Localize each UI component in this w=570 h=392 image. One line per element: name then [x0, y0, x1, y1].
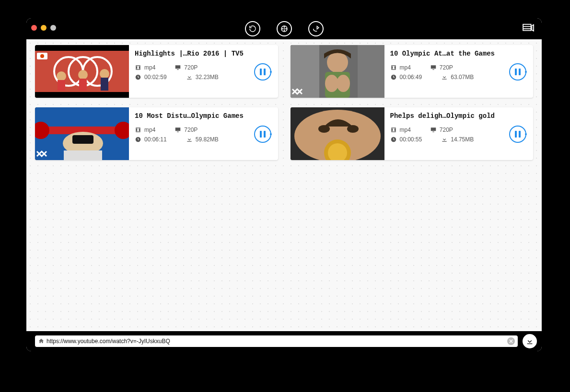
size-meta: 59.82MB	[186, 136, 219, 143]
size-meta: 14.75MB	[441, 136, 474, 143]
downloads-grid: Highlights |…Rio 2016 | TV5 mp4 720P 00:…	[26, 39, 542, 331]
svg-point-5	[283, 28, 284, 29]
download-card: 10 Most Distu…Olympic Games mp4 720P 00:…	[35, 107, 278, 160]
video-thumbnail[interactable]	[35, 45, 129, 98]
svg-point-21	[40, 54, 44, 58]
film-icon	[135, 127, 141, 133]
svg-rect-19	[101, 78, 108, 91]
thumbnail-image	[35, 45, 129, 98]
download-info: 10 Olympic At…at the Games mp4 720P 00:0…	[384, 45, 534, 98]
resolution-meta: 720P	[174, 127, 198, 133]
url-input[interactable]	[47, 338, 507, 345]
url-bar	[26, 331, 542, 351]
refresh-button[interactable]	[245, 21, 260, 36]
film-icon	[390, 127, 397, 133]
format-meta: mp4	[135, 127, 155, 133]
download-button[interactable]	[523, 334, 537, 348]
pause-button[interactable]	[509, 63, 526, 81]
window-controls	[31, 25, 56, 31]
clear-url-button[interactable]	[507, 337, 515, 345]
download-card: Phelps deligh…Olympic gold mp4 720P 00:0…	[291, 107, 534, 160]
pause-button[interactable]	[254, 126, 271, 143]
window-minimize-button[interactable]	[41, 25, 47, 31]
svg-point-16	[78, 70, 88, 80]
svg-point-2	[282, 28, 283, 29]
film-reel-icon	[280, 24, 289, 33]
thumbnail-image	[291, 107, 384, 160]
share-button[interactable]	[308, 21, 324, 36]
video-title: 10 Olympic At…at the Games	[390, 50, 527, 58]
resolution-meta: 720P	[430, 127, 453, 133]
monitor-icon	[430, 127, 437, 133]
media-list-button[interactable]	[523, 23, 535, 36]
svg-point-3	[285, 28, 286, 29]
format-meta: mp4	[135, 64, 155, 71]
svg-point-26	[327, 52, 348, 73]
download-arrow-icon	[526, 337, 534, 345]
thumbnail-image	[291, 45, 384, 98]
pause-icon	[260, 131, 266, 138]
download-info: Highlights |…Rio 2016 | TV5 mp4 720P 00:…	[129, 45, 278, 98]
resolution-meta: 720P	[174, 64, 198, 71]
download-icon	[441, 136, 448, 143]
library-button[interactable]	[277, 21, 292, 36]
clock-icon	[135, 136, 141, 143]
svg-point-28	[325, 75, 338, 92]
pause-button[interactable]	[254, 63, 271, 81]
size-meta: 32.23MB	[186, 74, 219, 81]
thumbnail-image	[35, 107, 129, 160]
format-meta: mp4	[390, 127, 411, 133]
svg-rect-24	[291, 45, 319, 98]
format-meta: mp4	[390, 64, 411, 71]
svg-point-14	[57, 71, 66, 81]
video-thumbnail[interactable]	[35, 107, 129, 160]
video-title: 10 Most Distu…Olympic Games	[135, 112, 271, 120]
toolbar	[245, 21, 324, 36]
size-meta: 63.07MB	[441, 74, 474, 81]
download-info: 10 Most Distu…Olympic Games mp4 720P 00:…	[129, 107, 278, 160]
refresh-icon	[248, 24, 257, 33]
pause-icon	[260, 69, 266, 75]
clock-icon	[390, 74, 397, 81]
monitor-icon	[174, 64, 181, 71]
monitor-icon	[430, 64, 437, 71]
download-card: 10 Olympic At…at the Games mp4 720P 00:0…	[291, 45, 534, 98]
svg-rect-15	[58, 80, 65, 91]
window-maximize-button[interactable]	[50, 25, 56, 31]
pause-icon	[515, 69, 521, 75]
media-list-icon	[523, 23, 535, 34]
download-icon	[441, 74, 448, 81]
window-close-button[interactable]	[31, 25, 37, 31]
svg-point-1	[283, 26, 284, 27]
video-title: Highlights |…Rio 2016 | TV5	[135, 50, 271, 58]
duration-meta: 00:06:49	[390, 74, 422, 81]
svg-rect-36	[72, 135, 93, 144]
duration-meta: 00:00:55	[390, 136, 422, 143]
svg-point-18	[100, 69, 109, 79]
clock-icon	[390, 136, 397, 143]
svg-rect-25	[358, 45, 384, 98]
resolution-meta: 720P	[430, 64, 453, 71]
home-icon	[38, 338, 45, 345]
film-icon	[135, 64, 141, 71]
share-icon	[312, 24, 320, 33]
duration-meta: 00:02:59	[135, 74, 167, 81]
duration-meta: 00:06:11	[135, 136, 167, 143]
clock-icon	[135, 74, 141, 81]
svg-point-29	[337, 75, 350, 92]
download-icon	[186, 74, 193, 81]
svg-rect-37	[64, 150, 102, 160]
pause-button[interactable]	[509, 126, 526, 143]
monitor-icon	[174, 127, 181, 133]
film-icon	[390, 64, 397, 71]
svg-rect-17	[79, 79, 87, 91]
close-icon	[509, 339, 513, 343]
svg-point-4	[283, 30, 284, 31]
video-thumbnail[interactable]	[291, 107, 384, 160]
pause-icon	[515, 131, 521, 138]
svg-rect-6	[523, 24, 531, 31]
download-info: Phelps deligh…Olympic gold mp4 720P 00:0…	[384, 107, 534, 160]
titlebar	[26, 18, 542, 39]
app-window: Highlights |…Rio 2016 | TV5 mp4 720P 00:…	[26, 18, 542, 351]
video-thumbnail[interactable]	[291, 45, 384, 98]
